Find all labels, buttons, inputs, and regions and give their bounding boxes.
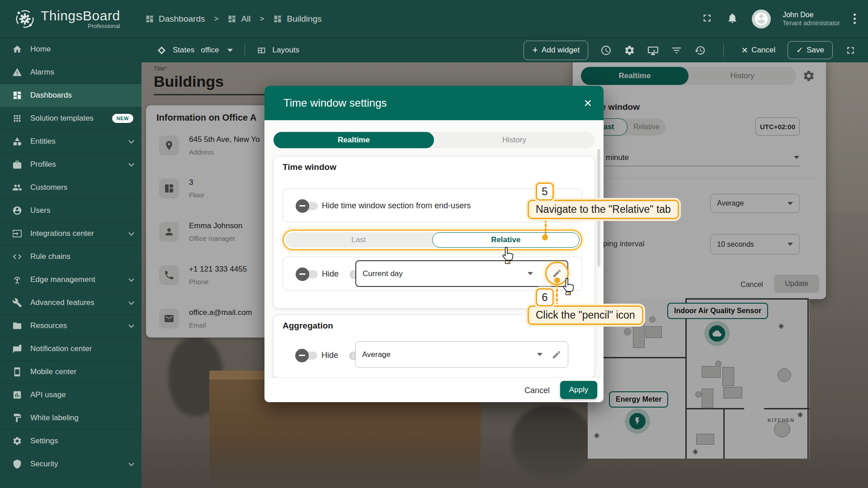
sidebar-item-api-usage[interactable]: API usage bbox=[0, 384, 142, 407]
step-6-connector-dot bbox=[554, 277, 560, 283]
pointer-cursor bbox=[561, 277, 575, 296]
relative-interval-select[interactable]: Current day bbox=[355, 260, 568, 287]
sidebar-item-mobile-center[interactable]: Mobile center bbox=[0, 361, 142, 384]
thingsboard-app: ThingsBoard Professional Dashboards > Al… bbox=[0, 0, 868, 488]
sidebar-item-settings[interactable]: Settings bbox=[0, 430, 142, 453]
chevron-down-icon[interactable] bbox=[227, 49, 233, 52]
chevron-down-icon bbox=[537, 353, 542, 356]
hide-interval-toggle[interactable] bbox=[297, 270, 318, 278]
breadcrumb: Dashboards > All > Buildings bbox=[145, 14, 322, 24]
hide-aggregation-label: Hide bbox=[321, 351, 338, 360]
sidebar-item-home[interactable]: Home bbox=[0, 38, 142, 61]
chart-icon bbox=[12, 390, 22, 400]
add-widget-button[interactable]: + Add widget bbox=[524, 41, 588, 60]
app-logo[interactable]: ThingsBoard Professional bbox=[0, 8, 127, 29]
category-icon bbox=[12, 136, 22, 146]
state-selector[interactable]: office bbox=[201, 46, 219, 55]
dialog-apply-button[interactable]: Apply bbox=[560, 381, 597, 399]
cancel-edit-button[interactable]: × Cancel bbox=[741, 45, 775, 56]
pencil-icon bbox=[552, 268, 562, 278]
user-icon bbox=[12, 206, 22, 216]
breadcrumb-separator: > bbox=[211, 14, 221, 23]
secondary-toolbar: States office Layouts + Add widget × Can… bbox=[142, 38, 868, 62]
hide-interval-label: Hide bbox=[322, 269, 339, 279]
time-window-dialog: Time window settings × Realtime History … bbox=[264, 86, 604, 402]
aggregation-section-title: Aggregation bbox=[283, 321, 333, 331]
person-icon bbox=[754, 11, 769, 27]
gear-icon bbox=[12, 436, 22, 446]
sidebar-item-alarms[interactable]: Alarms bbox=[0, 61, 142, 84]
sidebar-item-entities[interactable]: Entities bbox=[0, 130, 142, 153]
badge-icon bbox=[12, 160, 22, 169]
breadcrumb-dashboards[interactable]: Dashboards bbox=[145, 14, 205, 24]
chevron-down-icon bbox=[128, 460, 134, 466]
check-icon: ✓ bbox=[796, 45, 803, 55]
time-window-icon[interactable] bbox=[600, 45, 612, 56]
close-icon[interactable]: × bbox=[584, 96, 592, 110]
pointer-cursor bbox=[501, 246, 514, 264]
people-icon bbox=[12, 183, 22, 192]
dialog-tab-relative[interactable]: Relative bbox=[432, 232, 580, 248]
dashboards-icon bbox=[227, 14, 236, 23]
sidebar-item-edge-management[interactable]: Edge management bbox=[0, 268, 142, 291]
layouts-button[interactable]: Layouts bbox=[273, 46, 300, 55]
sidebar-item-white-labeling[interactable]: White labeling bbox=[0, 407, 142, 430]
breadcrumb-separator: > bbox=[257, 14, 267, 23]
sidebar-item-advanced-features[interactable]: Advanced features bbox=[0, 291, 142, 314]
dialog-title: Time window settings bbox=[283, 97, 387, 109]
notification-icon bbox=[12, 344, 22, 354]
sidebar-item-resources[interactable]: Resources bbox=[0, 314, 142, 338]
more-menu-icon[interactable] bbox=[852, 12, 855, 26]
sidebar-item-dashboards[interactable]: Dashboards bbox=[0, 84, 142, 107]
sidebar: Home Alarms Dashboards Solution template… bbox=[0, 38, 142, 488]
sidebar-item-customers[interactable]: Customers bbox=[0, 176, 142, 199]
dashboards-icon bbox=[12, 90, 22, 100]
divider bbox=[245, 43, 245, 57]
sidebar-item-rule-chains[interactable]: Rule chains bbox=[0, 245, 142, 268]
save-button[interactable]: ✓ Save bbox=[788, 41, 833, 59]
alarm-icon bbox=[12, 67, 22, 77]
edit-aggregation-pencil-button[interactable] bbox=[552, 350, 561, 360]
chevron-down-icon bbox=[128, 299, 134, 305]
logo-title: ThingsBoard bbox=[41, 8, 120, 23]
dialog-tab-last[interactable]: Last bbox=[285, 232, 432, 248]
chevron-down-icon bbox=[128, 230, 134, 236]
sidebar-item-solution-templates[interactable]: Solution templatesNEW bbox=[0, 107, 142, 130]
hide-section-label: Hide time window section from end-users bbox=[322, 201, 471, 211]
sidebar-item-notification-center[interactable]: Notification center bbox=[0, 338, 142, 361]
step-6-badge: 6 bbox=[536, 288, 554, 306]
dialog-cancel-button[interactable]: Cancel bbox=[524, 384, 551, 397]
aggregation-function-select[interactable]: Average bbox=[355, 341, 568, 368]
notifications-bell-icon[interactable] bbox=[726, 12, 740, 26]
step-6-callout: Click the "pencil" icon bbox=[528, 305, 643, 325]
sidebar-item-integrations-center[interactable]: Integrations center bbox=[0, 222, 142, 245]
avatar[interactable] bbox=[752, 9, 771, 28]
filters-icon[interactable] bbox=[671, 45, 682, 56]
dialog-tab-realtime[interactable]: Realtime bbox=[274, 132, 434, 148]
hide-aggregation-toggle[interactable] bbox=[297, 352, 317, 360]
breadcrumb-buildings[interactable]: Buildings bbox=[273, 14, 321, 24]
entity-aliases-icon[interactable] bbox=[647, 45, 659, 56]
version-history-icon[interactable] bbox=[694, 45, 706, 56]
paint-icon bbox=[12, 413, 22, 423]
sidebar-item-security[interactable]: Security bbox=[0, 453, 142, 476]
divider bbox=[723, 43, 724, 57]
last-relative-tab-group: Last Relative bbox=[283, 230, 582, 250]
logo-subtitle: Professional bbox=[88, 23, 120, 29]
chevron-down-icon bbox=[128, 138, 134, 144]
fullscreen-icon[interactable] bbox=[701, 12, 715, 26]
fullscreen-icon[interactable] bbox=[845, 45, 856, 56]
folder-icon bbox=[12, 321, 22, 331]
chevron-down-icon bbox=[128, 322, 134, 328]
time-window-section-title: Time window bbox=[283, 162, 336, 172]
hide-section-toggle[interactable] bbox=[297, 202, 318, 210]
dialog-tab-history[interactable]: History bbox=[434, 132, 594, 148]
states-icon bbox=[157, 46, 166, 55]
sidebar-item-profiles[interactable]: Profiles bbox=[0, 153, 142, 176]
step-5-connector-dot bbox=[542, 235, 548, 240]
user-role: Tenant administrator bbox=[783, 19, 840, 28]
sidebar-item-users[interactable]: Users bbox=[0, 199, 142, 222]
breadcrumb-all[interactable]: All bbox=[227, 14, 250, 24]
integration-icon bbox=[12, 229, 22, 239]
dashboard-settings-icon[interactable] bbox=[624, 45, 635, 56]
